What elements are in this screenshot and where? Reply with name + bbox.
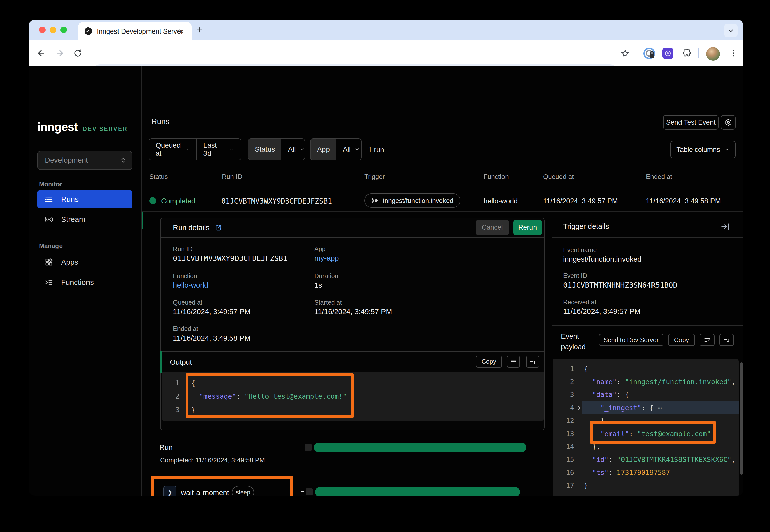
line-number: 2 <box>553 378 574 386</box>
reload-icon[interactable] <box>73 49 82 58</box>
browser-tab[interactable]: Inngest Development Server <box>78 22 191 40</box>
sidebar-item-label: Apps <box>61 258 78 267</box>
step-bar-queue-segment <box>306 488 313 495</box>
code-token: "name" <box>584 378 617 386</box>
sidebar-item-functions[interactable]: Functions <box>37 274 132 291</box>
sidebar-item-apps[interactable]: Apps <box>37 253 132 271</box>
duration-value: 1s <box>314 281 322 289</box>
code-content: "ts": 1731790197587 <box>584 469 670 476</box>
collapse-output-button[interactable] <box>526 356 539 368</box>
table-row[interactable]: Completed 01JCVBTMV3WXY9D3CFDEJFZSB1 inn… <box>142 190 743 211</box>
code-content: } <box>584 482 588 489</box>
step-bar-end-tick <box>520 492 529 492</box>
code-token: "01JCVBTMTKR41S8STTKEXSKX6C" <box>617 456 731 463</box>
wrap-text-button[interactable] <box>507 356 520 368</box>
run-id-cell: 01JCVBTMV3WXY9D3CFDEJFZSB1 <box>222 197 332 205</box>
extensions-puzzle-icon[interactable] <box>682 48 692 59</box>
time-field-filter[interactable]: Queued at Last 3d <box>148 138 241 160</box>
app-link[interactable]: my-app <box>314 254 339 262</box>
app-filter-value-cell[interactable]: All <box>336 139 362 160</box>
trigger-name: inngest/function.invoked <box>383 197 453 205</box>
panel-divider <box>552 211 552 496</box>
code-token: "test@example.com" <box>637 430 711 438</box>
sidebar-item-label: Functions <box>61 278 94 287</box>
send-test-event-button[interactable]: Send Test Event <box>663 115 719 130</box>
forward-icon[interactable] <box>55 49 64 58</box>
collapse-payload-button[interactable] <box>719 334 734 346</box>
code-line: 14 }, <box>553 440 739 453</box>
column-header-status[interactable]: Status <box>149 173 168 181</box>
table-columns-button[interactable]: Table columns <box>670 141 736 158</box>
function-link[interactable]: hello-world <box>173 281 208 289</box>
extension-icon[interactable] <box>662 48 674 59</box>
sidebar-item-runs[interactable]: Runs <box>37 190 132 208</box>
output-header: Output Copy <box>160 351 544 372</box>
wrap-text-icon <box>704 336 711 343</box>
event-payload-title: Event payload <box>561 331 586 352</box>
traffic-zoom-button[interactable] <box>60 27 67 33</box>
traffic-close-button[interactable] <box>39 27 46 33</box>
step-bar[interactable] <box>315 487 520 496</box>
code-token: } <box>191 406 195 414</box>
copy-payload-button[interactable]: Copy <box>668 334 695 346</box>
send-to-dev-server-button[interactable]: Send to Dev Server <box>599 334 663 346</box>
started-at-label: Started at <box>314 299 342 306</box>
code-content: "name": "inngest/function.invoked", <box>584 378 735 386</box>
column-header-ended-at[interactable]: Ended at <box>646 173 672 181</box>
status-filter[interactable]: Status All <box>248 138 305 160</box>
chevron-down-icon <box>354 147 360 152</box>
run-bar[interactable] <box>314 443 526 452</box>
wrap-payload-button[interactable] <box>700 334 715 346</box>
code-content: "data": { <box>584 391 629 398</box>
cancel-button[interactable]: Cancel <box>476 220 509 235</box>
status-filter-value-cell[interactable]: All <box>281 139 305 160</box>
rerun-button[interactable]: Rerun <box>513 220 542 235</box>
time-field-label: Queued at <box>155 141 182 157</box>
avatar[interactable] <box>706 47 720 61</box>
run-details-card: Run details Cancel Rerun Run ID 01JCVBTM… <box>160 218 544 430</box>
code-line: 2 "name": "inngest/function.invoked", <box>553 375 739 388</box>
code-token: }, <box>584 443 600 450</box>
duration-label: Duration <box>314 272 338 280</box>
sidebar-item-label: Runs <box>61 195 79 204</box>
environment-select[interactable]: Development <box>37 151 132 170</box>
copy-output-button[interactable]: Copy <box>476 356 502 368</box>
step-chevron-icon: ❯ <box>167 489 172 496</box>
fold-arrow-icon[interactable]: ❯ <box>574 404 584 411</box>
code-token: { <box>584 365 588 373</box>
traffic-minimize-button[interactable] <box>50 27 56 33</box>
trigger-pill[interactable]: inngest/function.invoked <box>364 193 460 208</box>
back-icon[interactable] <box>37 49 46 58</box>
started-at-value: 11/16/2024, 3:49:57 PM <box>314 308 392 316</box>
column-header-function[interactable]: Function <box>483 173 509 181</box>
queued-at-label: Queued at <box>173 299 203 306</box>
line-number: 3 <box>553 391 574 398</box>
cancel-label: Cancel <box>481 224 503 231</box>
column-header-queued-at[interactable]: Queued at <box>543 173 573 181</box>
code-line: 13 "email": "test@example.com" <box>553 427 739 440</box>
browser-menu-icon[interactable] <box>729 49 738 58</box>
function-cell: hello-world <box>483 197 518 205</box>
row-divider <box>142 211 743 212</box>
column-header-trigger[interactable]: Trigger <box>364 173 385 181</box>
code-content: "message": "Hello test@example.com!" <box>191 392 347 400</box>
line-number: 2 <box>162 392 179 400</box>
close-tab-icon[interactable] <box>178 28 184 35</box>
new-tab-icon[interactable] <box>196 26 204 34</box>
column-header-run-id[interactable]: Run ID <box>222 173 242 181</box>
payload-scrollbar-thumb[interactable] <box>740 362 743 475</box>
time-range-dropdown[interactable]: Last 3d <box>197 139 241 160</box>
tab-search-button[interactable] <box>724 24 738 37</box>
collapse-panel-icon[interactable] <box>720 222 730 232</box>
ended-at-cell: 11/16/2024, 3:49:58 PM <box>646 197 721 205</box>
settings-button[interactable] <box>721 115 736 130</box>
sidebar-item-stream[interactable]: Stream <box>37 211 132 228</box>
expand-step-button[interactable]: ❯ <box>163 486 176 496</box>
code-line: 16 "ts": 1731790197587 <box>553 466 739 479</box>
bookmark-star-icon[interactable] <box>621 49 630 58</box>
time-field-dropdown[interactable]: Queued at <box>149 139 197 160</box>
external-link-icon[interactable] <box>215 224 222 232</box>
payload-code-block: 1{2 "name": "inngest/function.invoked",3… <box>553 359 739 496</box>
password-manager-icon[interactable] <box>643 47 655 59</box>
app-filter[interactable]: App All <box>310 138 362 160</box>
